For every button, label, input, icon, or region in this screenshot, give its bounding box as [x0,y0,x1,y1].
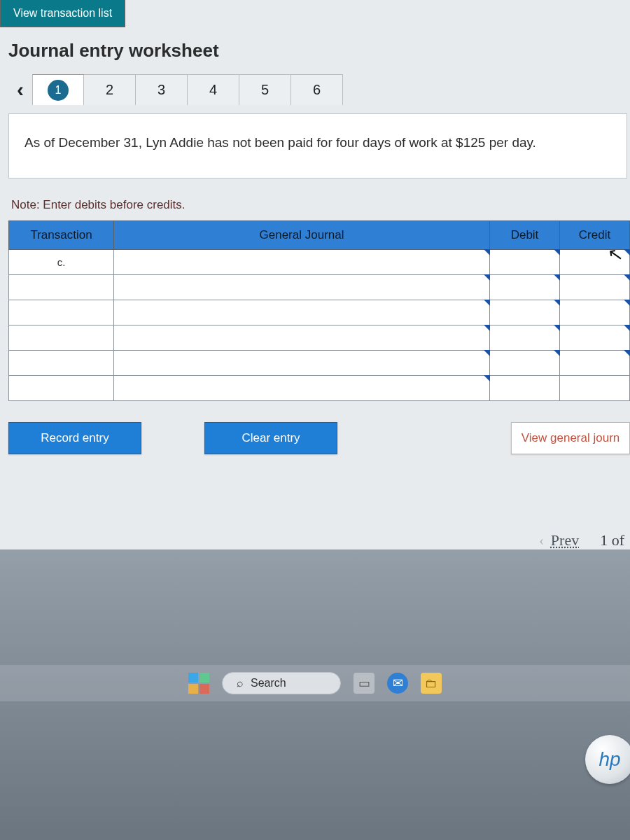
table-header-row: Transaction General Journal Debit Credit [9,221,630,250]
hp-logo-icon: hp [585,735,630,784]
cell-txn [9,351,114,376]
cell-debit-input[interactable] [490,351,560,376]
cell-credit-input[interactable] [560,300,630,326]
cell-account-select[interactable] [114,326,490,351]
taskbar-file-explorer-icon[interactable]: 🗀 [421,673,442,694]
cell-txn [9,376,114,401]
note-text: Note: Enter debits before credits. [11,198,630,212]
cell-debit-input[interactable] [490,275,560,300]
worksheet-title: Journal entry worksheet [8,40,630,62]
prompt-box: As of December 31, Lyn Addie has not bee… [8,113,627,178]
col-debit: Debit [490,221,560,250]
view-transaction-list-tab[interactable]: View transaction list [0,0,125,27]
cell-credit-input[interactable] [560,326,630,351]
step-5[interactable]: 5 [239,74,291,105]
col-general-journal: General Journal [114,221,490,250]
step-nav: ‹ 1 2 3 4 5 6 [8,74,630,105]
table-row [9,376,630,401]
prompt-text: As of December 31, Lyn Addie has not bee… [24,132,611,153]
taskbar-app-icon[interactable]: ▭ [354,673,374,694]
cell-credit-input[interactable] [560,351,630,376]
table-row: c. [9,250,630,275]
view-general-journal-button[interactable]: View general journ [511,422,630,454]
cell-txn [9,300,114,326]
cell-account-select[interactable] [114,250,490,275]
table-row [9,275,630,300]
search-placeholder: Search [251,677,286,690]
cell-txn [9,275,114,300]
clear-entry-button[interactable]: Clear entry [204,422,337,454]
worksheet: Journal entry worksheet ‹ 1 2 3 4 5 6 As… [0,27,630,475]
step-1[interactable]: 1 [32,74,84,105]
col-transaction: Transaction [9,221,114,250]
step-1-circle: 1 [48,80,69,101]
windows-start-icon[interactable] [188,673,209,694]
step-3[interactable]: 3 [136,74,188,105]
cell-account-select[interactable] [114,351,490,376]
journal-table: Transaction General Journal Debit Credit… [8,220,630,401]
step-prev-chevron-icon[interactable]: ‹ [8,78,32,102]
cell-txn [9,326,114,351]
table-row [9,326,630,351]
table-row [9,351,630,376]
cell-account-select[interactable] [114,300,490,326]
pager-position: 1 of [600,531,624,550]
cell-account-select[interactable] [114,275,490,300]
action-row: Record entry Clear entry View general jo… [8,422,630,475]
cell-txn: c. [9,250,114,275]
cell-debit-input[interactable] [490,326,560,351]
step-2[interactable]: 2 [84,74,136,105]
table-row [9,300,630,326]
taskbar: ⌕ Search ▭ ✉ 🗀 [0,665,630,701]
step-6[interactable]: 6 [291,74,343,105]
taskbar-chat-icon[interactable]: ✉ [387,673,408,694]
taskbar-search-input[interactable]: ⌕ Search [222,672,341,694]
record-entry-button[interactable]: Record entry [8,422,141,454]
cell-debit-input[interactable] [490,300,560,326]
cell-debit-input[interactable] [490,376,560,401]
app-area: View transaction list Journal entry work… [0,0,630,550]
pager: ‹ Prev 1 of [0,475,630,550]
step-4[interactable]: 4 [188,74,239,105]
search-icon: ⌕ [237,677,244,690]
pager-prev-chevron-icon: ‹ [539,533,544,549]
pager-prev-link[interactable]: Prev [551,531,579,550]
cell-debit-input[interactable] [490,250,560,275]
cell-credit-input[interactable] [560,275,630,300]
cell-account-select[interactable] [114,376,490,401]
cell-credit-input[interactable] [560,376,630,401]
